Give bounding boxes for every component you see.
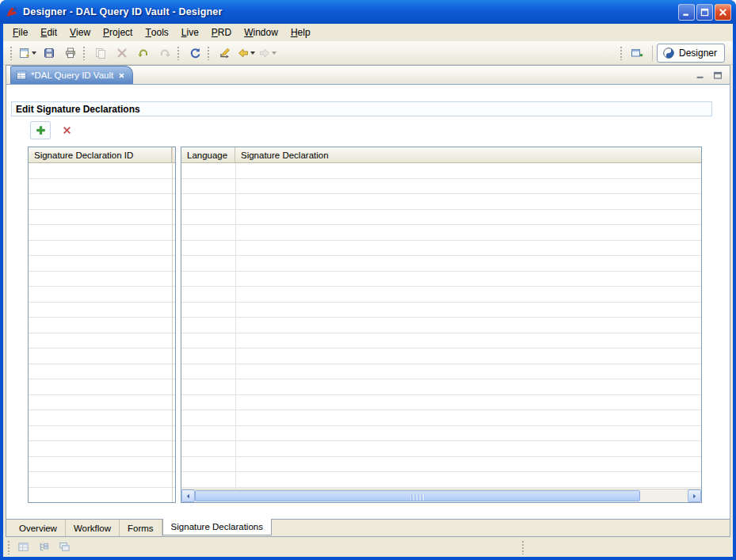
table-row[interactable] <box>181 179 701 195</box>
toolbar-grip[interactable] <box>620 46 623 60</box>
refresh-button[interactable] <box>184 44 205 63</box>
table-row[interactable] <box>181 225 701 241</box>
menu-edit[interactable]: Edit <box>34 24 63 41</box>
copy-button[interactable] <box>90 44 111 63</box>
table-row[interactable] <box>181 241 701 257</box>
toolbar-grip[interactable] <box>177 46 180 60</box>
table-row[interactable] <box>181 256 701 272</box>
print-button[interactable] <box>59 44 81 63</box>
table-row[interactable] <box>29 287 175 303</box>
add-signature-button[interactable] <box>30 121 51 139</box>
tree-button[interactable] <box>35 539 53 555</box>
section-header: Edit Signature Declarations <box>11 101 712 116</box>
tab-workflow[interactable]: Workflow <box>66 520 120 536</box>
scrollbar-thumb[interactable] <box>195 490 640 501</box>
forward-button[interactable] <box>257 44 278 63</box>
table-row[interactable] <box>181 333 701 349</box>
menu-view[interactable]: View <box>63 24 97 41</box>
horizontal-scrollbar[interactable] <box>181 489 701 502</box>
table-row[interactable] <box>29 457 175 473</box>
menu-project[interactable]: Project <box>97 24 139 41</box>
table-row[interactable] <box>181 379 701 395</box>
column-header-signature-declaration[interactable]: Signature Declaration <box>235 147 701 162</box>
table-row[interactable] <box>29 194 175 210</box>
remove-signature-button[interactable] <box>56 121 77 139</box>
table-row[interactable] <box>181 287 701 303</box>
redo-button[interactable] <box>154 44 175 63</box>
last-edit-location-button[interactable] <box>214 44 235 63</box>
menu-live[interactable]: Live <box>175 24 205 41</box>
table-row[interactable] <box>29 410 175 426</box>
menu-help[interactable]: Help <box>284 24 317 41</box>
table-button[interactable] <box>14 539 32 555</box>
table-row[interactable] <box>181 472 701 488</box>
column-header-signature-declaration-id[interactable]: Signature Declaration ID <box>29 147 172 162</box>
table-row[interactable] <box>29 163 175 179</box>
menu-window[interactable]: Window <box>238 24 284 41</box>
table-row[interactable] <box>29 241 175 257</box>
table-row[interactable] <box>181 410 701 426</box>
close-button[interactable] <box>715 4 731 21</box>
toolbar-grip[interactable] <box>10 46 13 60</box>
table-row[interactable] <box>181 395 701 411</box>
open-perspective-icon <box>631 47 643 59</box>
toolbar-grip[interactable] <box>207 46 210 60</box>
new-button[interactable] <box>17 44 38 63</box>
editor-tab-dal-query-id-vault[interactable]: *DAL Query ID Vault <box>10 66 133 84</box>
menu-file[interactable]: File <box>6 24 34 41</box>
table-row[interactable] <box>181 457 701 473</box>
table-row[interactable] <box>29 441 175 457</box>
table-row[interactable] <box>29 364 175 380</box>
table-row[interactable] <box>29 272 175 288</box>
cascade-windows-button[interactable] <box>55 539 74 555</box>
minimize-editor-button[interactable] <box>693 68 707 82</box>
table-row[interactable] <box>181 426 701 442</box>
minimize-button[interactable] <box>678 4 695 21</box>
table-row[interactable] <box>181 163 701 179</box>
menu-prd[interactable]: PRD <box>205 24 238 41</box>
maximize-button[interactable] <box>696 4 713 21</box>
scroll-left-icon <box>184 492 193 501</box>
table-row[interactable] <box>29 472 175 488</box>
undo-button[interactable] <box>132 44 154 63</box>
table-row[interactable] <box>29 303 175 318</box>
tab-forms[interactable]: Forms <box>120 520 162 536</box>
scroll-left-button[interactable] <box>181 490 195 502</box>
table-row[interactable] <box>29 318 175 333</box>
table-row[interactable] <box>29 488 175 504</box>
table-row[interactable] <box>181 318 701 333</box>
tab-signature-declarations[interactable]: Signature Declarations <box>162 519 272 535</box>
toolbar-grip[interactable] <box>82 46 86 60</box>
table-row[interactable] <box>181 349 701 364</box>
save-button[interactable] <box>38 44 59 63</box>
tab-close-icon[interactable] <box>117 71 126 80</box>
designer-perspective-button[interactable]: Designer <box>657 44 725 63</box>
tab-overview[interactable]: Overview <box>11 520 66 536</box>
table-row[interactable] <box>29 379 175 395</box>
table-row[interactable] <box>181 194 701 210</box>
table-row[interactable] <box>29 179 175 195</box>
table-row[interactable] <box>181 441 701 457</box>
table-row[interactable] <box>29 225 175 241</box>
table-row[interactable] <box>29 256 175 272</box>
open-perspective-button[interactable] <box>627 44 648 63</box>
table-row[interactable] <box>29 426 175 442</box>
table-row[interactable] <box>29 349 175 364</box>
table-row[interactable] <box>29 210 175 226</box>
back-button[interactable] <box>235 44 257 63</box>
delete-button[interactable] <box>111 44 132 63</box>
scroll-right-button[interactable] <box>688 490 701 502</box>
bottom-toolbar <box>3 537 733 557</box>
menu-tools[interactable]: Tools <box>139 24 174 41</box>
toolbar-grip[interactable] <box>521 540 524 554</box>
title-bar[interactable]: Designer - DAL Query ID Vault - Designer <box>0 0 736 24</box>
table-row[interactable] <box>181 303 701 318</box>
table-row[interactable] <box>181 210 701 226</box>
table-row[interactable] <box>29 395 175 411</box>
table-row[interactable] <box>181 272 701 288</box>
maximize-editor-button[interactable] <box>711 68 725 82</box>
table-row[interactable] <box>181 364 701 380</box>
table-row[interactable] <box>29 333 175 349</box>
toolbar-grip[interactable] <box>7 540 10 554</box>
column-header-language[interactable]: Language <box>181 147 235 162</box>
